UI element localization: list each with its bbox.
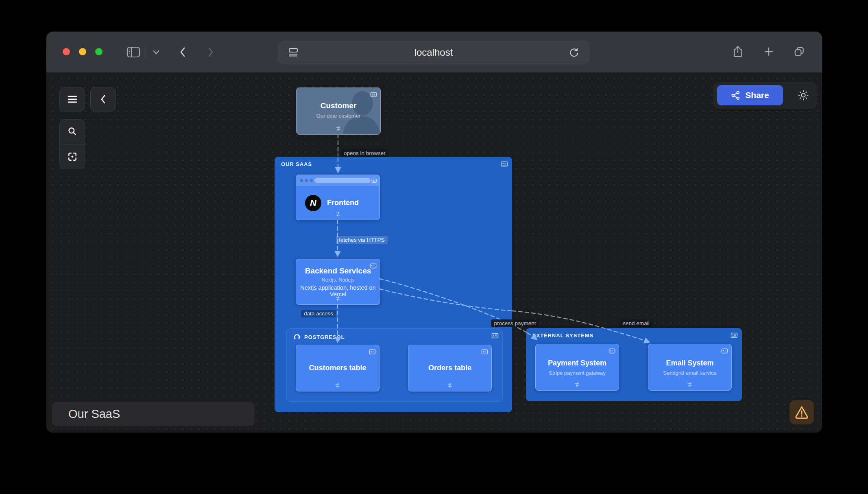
card-icon[interactable]	[371, 178, 377, 184]
warning-button[interactable]	[789, 400, 814, 424]
card-icon[interactable]	[731, 332, 738, 339]
edge-label-send-email: send email	[620, 319, 652, 327]
warning-icon	[794, 405, 809, 420]
swap-icon[interactable]	[574, 381, 580, 388]
card-icon[interactable]	[370, 91, 377, 98]
card-icon[interactable]	[501, 160, 508, 168]
close-window-button[interactable]	[63, 48, 70, 55]
chevron-down-icon[interactable]	[151, 48, 161, 56]
center-focus-icon	[67, 151, 78, 162]
container-postgresql-label: POSTGRESQL	[293, 333, 345, 341]
edge-label-fetches-via-https: fetches via HTTPS	[336, 236, 388, 244]
card-icon[interactable]	[481, 348, 488, 355]
share-button[interactable]: Share	[717, 85, 783, 105]
refresh-icon[interactable]	[568, 47, 580, 58]
mini-browser-dot	[300, 179, 303, 182]
postgres-elephant-icon	[293, 333, 301, 341]
card-icon[interactable]	[370, 262, 377, 269]
node-backend-services[interactable]: Backend Services Nextjs, Nodejs Nextjs a…	[296, 259, 380, 305]
node-title: Email System	[666, 359, 713, 367]
swap-icon[interactable]	[334, 382, 341, 389]
share-export-icon[interactable]	[732, 45, 744, 59]
browser-window: localhost	[46, 32, 822, 433]
card-icon[interactable]	[721, 348, 728, 354]
search-icon	[67, 126, 78, 137]
diagram-canvas[interactable]: OUR SAAS POSTGRESQL EXTERNAL SYSTEMS	[46, 72, 822, 433]
card-icon[interactable]	[369, 348, 376, 355]
center-focus-button[interactable]	[60, 145, 85, 168]
menu-button[interactable]	[59, 87, 85, 111]
back-button[interactable]	[90, 87, 116, 111]
toolbar-divider	[146, 46, 146, 58]
sun-icon	[797, 89, 809, 101]
mini-browser-dot	[310, 179, 313, 182]
diagram-title: Our SaaS	[68, 407, 120, 421]
browser-toolbar: localhost	[46, 32, 822, 72]
node-title: Frontend	[327, 199, 359, 207]
swap-icon[interactable]	[335, 211, 341, 217]
back-navigation-icon[interactable]	[178, 46, 187, 58]
node-title: Customer	[321, 101, 357, 110]
node-customers-table[interactable]: Customers table	[296, 345, 379, 391]
share-area: Share	[713, 82, 817, 109]
canvas-tools	[59, 119, 85, 169]
container-external-systems-label: EXTERNAL SYSTEMS	[532, 332, 593, 339]
url-text[interactable]: localhost	[278, 42, 589, 63]
nextjs-logo: N	[305, 195, 321, 211]
mini-browser-urlbar	[314, 178, 371, 183]
chevron-left-icon	[98, 94, 108, 105]
theme-toggle-button[interactable]	[796, 88, 810, 102]
forward-navigation-icon[interactable]	[206, 46, 215, 58]
swap-icon[interactable]	[447, 382, 453, 389]
minimize-window-button[interactable]	[79, 48, 86, 55]
swap-icon[interactable]	[335, 125, 342, 132]
menu-icon	[67, 94, 78, 105]
node-orders-table[interactable]: Orders table	[408, 345, 492, 391]
card-icon[interactable]	[608, 348, 615, 354]
screen: localhost	[0, 0, 868, 494]
search-button[interactable]	[60, 120, 85, 143]
node-title: Payment System	[548, 359, 606, 367]
node-subtitle: Our dear customer	[316, 113, 360, 119]
container-our-saas-label: OUR SAAS	[281, 161, 312, 167]
share-button-label: Share	[745, 90, 769, 100]
address-bar[interactable]: localhost	[278, 42, 589, 63]
share-nodes-icon	[731, 91, 740, 100]
node-payment-system[interactable]: Payment System Stripe payment gateway	[535, 344, 619, 391]
tab-overview-icon[interactable]	[793, 46, 805, 58]
swap-icon[interactable]	[335, 295, 341, 302]
card-icon[interactable]	[491, 332, 499, 339]
diagram-title-field[interactable]: Our SaaS	[52, 402, 255, 426]
node-subtitle: Sendgrid email service	[663, 370, 717, 376]
node-subtitle: Stripe payment gateway	[549, 370, 605, 376]
new-tab-icon[interactable]	[763, 46, 774, 57]
mini-browser-dot	[305, 179, 308, 182]
edge-label-opens-in-browser: opens in browser	[341, 149, 388, 157]
node-tech: Nextjs, Nodejs	[322, 277, 355, 283]
edge-label-data-access: data access	[301, 310, 336, 317]
zoom-window-button[interactable]	[95, 48, 103, 55]
node-title: Backend Services	[305, 267, 371, 275]
tools-divider	[60, 144, 85, 144]
mini-browser-titlebar	[296, 175, 379, 186]
node-title: Customers table	[309, 364, 366, 372]
swap-icon[interactable]	[687, 381, 693, 388]
node-frontend[interactable]: N Frontend	[296, 175, 380, 220]
edge-label-process-payment: process payment	[491, 319, 539, 327]
node-customer[interactable]: Customer Our dear customer	[296, 87, 381, 135]
sidebar-icon[interactable]	[126, 46, 140, 58]
node-title: Orders table	[428, 364, 471, 372]
node-email-system[interactable]: Email System Sendgrid email service	[648, 344, 732, 391]
